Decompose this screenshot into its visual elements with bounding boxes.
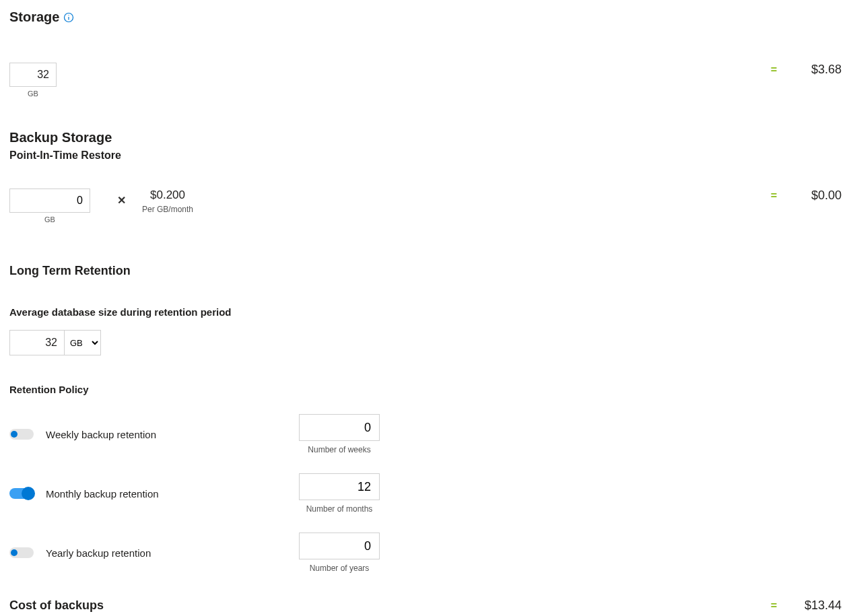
equals-icon: = — [771, 600, 777, 612]
weekly-retention-label: Weekly backup retention — [46, 429, 156, 440]
storage-size-input[interactable] — [9, 63, 57, 87]
avg-db-size-label: Average database size during retention p… — [9, 306, 842, 318]
storage-size-unit: GB — [28, 90, 38, 98]
storage-cost: $3.68 — [796, 63, 842, 77]
pitr-size-unit: GB — [44, 215, 55, 224]
equals-icon: = — [771, 190, 777, 202]
weekly-retention-caption: Number of weeks — [292, 445, 386, 454]
monthly-retention-caption: Number of months — [292, 504, 386, 514]
yearly-retention-toggle[interactable] — [9, 547, 34, 558]
pitr-rate-value: $0.200 — [142, 189, 193, 202]
cost-of-backups-value: $13.44 — [796, 598, 842, 613]
monthly-retention-label: Monthly backup retention — [46, 488, 159, 500]
monthly-retention-input[interactable] — [299, 473, 380, 500]
avg-db-size-input[interactable] — [9, 330, 65, 355]
pitr-rate-caption: Per GB/month — [142, 205, 193, 214]
cost-of-backups-label: Cost of backups — [9, 598, 104, 613]
weekly-retention-toggle[interactable] — [9, 429, 34, 440]
info-icon[interactable] — [63, 12, 74, 23]
yearly-retention-input[interactable] — [299, 533, 380, 559]
retention-policy-label: Retention Policy — [9, 384, 842, 395]
ltr-title: Long Term Retention — [9, 264, 131, 278]
backup-storage-title: Backup Storage — [9, 130, 112, 145]
equals-icon: = — [771, 64, 777, 76]
pitr-title: Point-In-Time Restore — [9, 149, 842, 162]
pitr-size-input[interactable] — [9, 189, 90, 213]
monthly-retention-toggle[interactable] — [9, 488, 34, 499]
weekly-retention-input[interactable] — [299, 414, 380, 441]
avg-db-size-unit-select[interactable]: GB — [65, 330, 101, 355]
yearly-retention-label: Yearly backup retention — [46, 547, 151, 559]
multiply-icon: ✕ — [117, 194, 126, 207]
storage-title: Storage — [9, 9, 59, 25]
svg-point-2 — [69, 15, 69, 15]
pitr-cost: $0.00 — [796, 189, 842, 203]
yearly-retention-caption: Number of years — [292, 563, 386, 573]
